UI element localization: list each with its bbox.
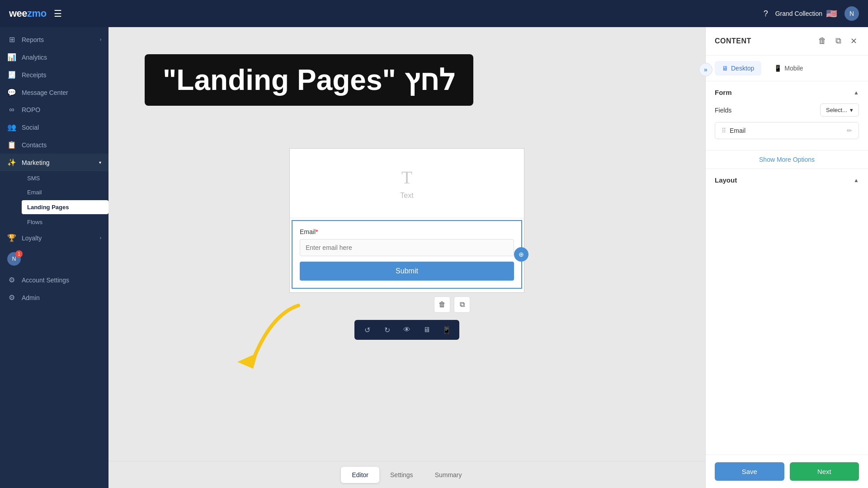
sidebar-item-contacts[interactable]: 📋 Contacts xyxy=(0,136,108,154)
save-button[interactable]: Save xyxy=(715,462,784,481)
layout-section: Layout ▲ xyxy=(706,169,868,198)
sidebar-item-label: Receipts xyxy=(22,71,46,79)
form-section-header: Form ▲ xyxy=(715,89,859,96)
sidebar-item-analytics[interactable]: 📊 Analytics xyxy=(0,48,108,66)
receipts-icon: 🧾 xyxy=(7,70,16,79)
message-icon: 💬 xyxy=(7,88,16,97)
main-layout: ⊞ Reports › 📊 Analytics 🧾 Receipts 💬 Mes… xyxy=(0,27,868,488)
mobile-view-button[interactable]: 📱 xyxy=(439,323,454,337)
sidebar-item-reports[interactable]: ⊞ Reports › xyxy=(0,31,108,48)
layout-section-chevron[interactable]: ▲ xyxy=(854,177,859,183)
sidebar-item-marketing[interactable]: ✨ Marketing ▾ xyxy=(0,154,108,171)
flag-icon: 🇺🇸 xyxy=(826,8,837,19)
sidebar: ⊞ Reports › 📊 Analytics 🧾 Receipts 💬 Mes… xyxy=(0,27,108,488)
desktop-toggle[interactable]: 🖥 Desktop xyxy=(715,61,761,75)
arrow-annotation xyxy=(217,296,307,371)
field-name: Email xyxy=(730,127,745,134)
sidebar-subitem-flows[interactable]: Flows xyxy=(22,215,108,229)
analytics-icon: 📊 xyxy=(7,53,16,61)
desktop-icon: 🖥 xyxy=(722,65,728,72)
preview-button[interactable]: 👁 xyxy=(400,323,414,337)
center-content: "Landing Pages" לחץ T Text Email* ⊕ Subm… xyxy=(108,27,705,488)
mobile-toggle[interactable]: 📱 Mobile xyxy=(767,61,810,75)
sidebar-item-social[interactable]: 👥 Social xyxy=(0,118,108,136)
mobile-icon: 📱 xyxy=(774,65,782,72)
org-selector[interactable]: Grand Collection 🇺🇸 xyxy=(775,8,837,19)
form-section-title: Form xyxy=(715,89,732,96)
topbar-left: weezmo ☰ xyxy=(9,8,62,19)
sidebar-item-label: Contacts xyxy=(22,141,47,149)
expand-panel-button[interactable]: » xyxy=(699,63,712,76)
marketing-icon: ✨ xyxy=(7,158,16,167)
redo-button[interactable]: ↻ xyxy=(380,323,394,337)
user-avatar[interactable]: N xyxy=(844,6,859,21)
undo-button[interactable]: ↺ xyxy=(360,323,374,337)
next-button[interactable]: Next xyxy=(790,462,859,481)
sidebar-item-label: Social xyxy=(22,124,39,131)
sidebar-item-message-center[interactable]: 💬 Message Center xyxy=(0,84,108,101)
sidebar-item-ropo[interactable]: ∞ ROPO xyxy=(0,101,108,118)
tab-editor[interactable]: Editor xyxy=(341,467,379,483)
field-drag-icon[interactable]: ⠿ xyxy=(722,127,726,134)
org-name: Grand Collection xyxy=(775,10,822,17)
drag-handle[interactable]: ⊕ xyxy=(514,247,528,262)
sidebar-item-label: Admin xyxy=(22,294,40,301)
contacts-icon: 📋 xyxy=(7,141,16,149)
reports-icon: ⊞ xyxy=(7,35,16,44)
show-more-options-button[interactable]: Show More Options xyxy=(706,150,868,169)
view-toggles: 🖥 Desktop 📱 Mobile xyxy=(706,56,868,81)
desktop-view-button[interactable]: 🖥 xyxy=(420,323,434,337)
right-panel-title: CONTENT xyxy=(715,37,751,45)
sidebar-subitem-landing-pages[interactable]: Landing Pages xyxy=(22,200,108,214)
sidebar-item-receipts[interactable]: 🧾 Receipts xyxy=(0,66,108,84)
sidebar-item-account-settings[interactable]: ⚙ Account Settings xyxy=(0,271,108,289)
sidebar-item-label: Reports xyxy=(22,36,44,43)
fields-select[interactable]: Select... ▾ xyxy=(820,103,859,117)
sidebar-item-label: Loyalty xyxy=(22,235,42,242)
sidebar-item-label: ROPO xyxy=(22,106,40,113)
delete-block-button[interactable]: 🗑 xyxy=(434,296,450,313)
right-panel: CONTENT 🗑 ⧉ ✕ 🖥 Desktop 📱 Mobile Form ▲ xyxy=(705,27,868,488)
sidebar-user-section[interactable]: N 1 xyxy=(0,247,108,271)
admin-icon: ⚙ xyxy=(7,293,16,302)
form-email-label: Email* xyxy=(300,228,514,235)
layout-section-title: Layout xyxy=(715,176,737,184)
form-section-chevron[interactable]: ▲ xyxy=(854,89,859,96)
email-input[interactable] xyxy=(300,239,514,256)
ropo-icon: ∞ xyxy=(7,106,16,114)
canvas-toolbar: ↺ ↻ 👁 🖥 📱 xyxy=(354,320,459,340)
help-icon[interactable]: ? xyxy=(764,9,768,19)
field-item-email: ⠿ Email ✏ xyxy=(715,122,859,139)
text-block-label: Text xyxy=(400,192,413,200)
text-block-icon: T xyxy=(401,167,412,188)
settings-icon: ⚙ xyxy=(7,276,16,284)
tab-settings[interactable]: Settings xyxy=(379,467,424,483)
panel-delete-button[interactable]: 🗑 xyxy=(816,34,828,48)
sidebar-item-label: Analytics xyxy=(22,54,47,61)
hamburger-icon[interactable]: ☰ xyxy=(54,8,62,19)
topbar-right: ? Grand Collection 🇺🇸 N xyxy=(764,6,859,21)
field-edit-button[interactable]: ✏ xyxy=(847,127,852,134)
canvas-area: "Landing Pages" לחץ T Text Email* ⊕ Subm… xyxy=(108,27,705,461)
chevron-icon: › xyxy=(100,235,101,240)
tab-summary[interactable]: Summary xyxy=(424,467,473,483)
submit-button[interactable]: Submit xyxy=(300,262,514,281)
loyalty-icon: 🏆 xyxy=(7,234,16,242)
select-chevron-icon: ▾ xyxy=(850,107,853,113)
topbar: weezmo ☰ ? Grand Collection 🇺🇸 N xyxy=(0,0,868,27)
sidebar-item-admin[interactable]: ⚙ Admin xyxy=(0,289,108,306)
sidebar-item-loyalty[interactable]: 🏆 Loyalty › xyxy=(0,229,108,247)
sidebar-item-label: Account Settings xyxy=(22,277,69,284)
block-controls: 🗑 ⧉ xyxy=(434,296,470,313)
sidebar-item-label: Message Center xyxy=(22,89,68,96)
sidebar-subitem-sms[interactable]: SMS xyxy=(22,171,108,185)
form-block: Email* ⊕ Submit xyxy=(292,220,522,289)
panel-close-button[interactable]: ✕ xyxy=(849,34,859,48)
social-icon: 👥 xyxy=(7,123,16,131)
text-block: T Text xyxy=(290,149,524,218)
copy-block-button[interactable]: ⧉ xyxy=(454,296,470,313)
panel-copy-button[interactable]: ⧉ xyxy=(834,34,843,48)
sidebar-subitem-email[interactable]: Email xyxy=(22,185,108,199)
logo: weezmo xyxy=(9,8,47,19)
page-canvas: T Text Email* ⊕ Submit xyxy=(289,148,524,293)
